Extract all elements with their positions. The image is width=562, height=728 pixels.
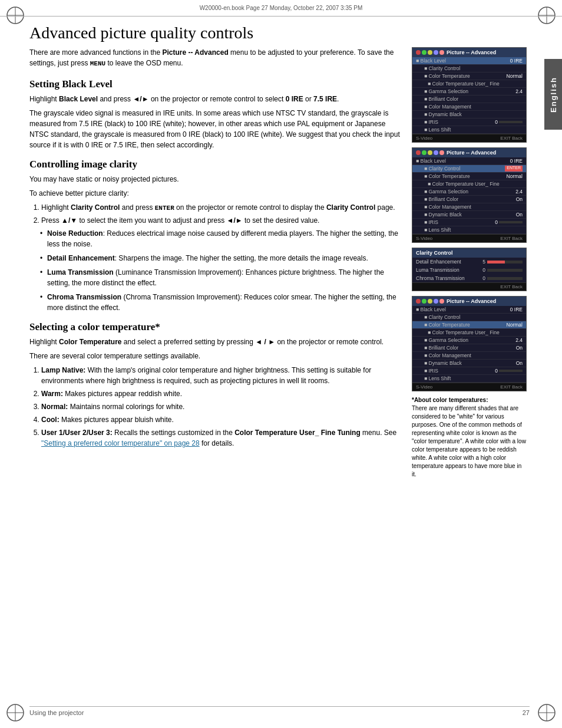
osd-icon-5 bbox=[439, 50, 444, 55]
english-label: English bbox=[549, 77, 558, 113]
osd-icon-1 bbox=[416, 50, 421, 55]
osd3-icon-1 bbox=[416, 299, 421, 304]
intro-bold1: Picture -- Advanced bbox=[162, 48, 228, 57]
osd2-row-color-mgmt: ■ Color Management bbox=[412, 203, 526, 211]
english-tab: English bbox=[544, 59, 562, 130]
osd3-row-dynamic: ■ Dynamic Black On bbox=[412, 360, 526, 367]
bullet-detail: Detail Enhancement: Sharpens the image. … bbox=[47, 253, 400, 263]
intro-menu: MENU bbox=[90, 60, 105, 67]
footer-right: 27 bbox=[523, 709, 530, 716]
section2-heading: Controlling image clarity bbox=[29, 159, 400, 170]
osd2-footer: S-Video EXIT Back bbox=[412, 234, 526, 242]
clarity-footer: EXIT Back bbox=[412, 282, 526, 291]
osd2-row-dynamic: ■ Dynamic Black On bbox=[412, 211, 526, 219]
intro-section: There are more advanced functions in the… bbox=[29, 47, 530, 479]
osd3-row-gamma: ■ Gamma Selection 2.4 bbox=[412, 337, 526, 344]
osd3-title-bar: Picture -- Advanced bbox=[412, 297, 526, 306]
clarity-row-chroma: Chroma Transmission 0 bbox=[412, 274, 526, 282]
osd1-row-dynamic: ■ Dynamic Black bbox=[412, 111, 526, 118]
osd3-icon-4 bbox=[434, 299, 438, 304]
step3-1: Lamp Native: With the lamp's original co… bbox=[41, 365, 400, 386]
osd2-icon-4 bbox=[434, 150, 438, 155]
s1-0ire: 0 IRE bbox=[286, 95, 303, 103]
osd-screenshot-1: Picture -- Advanced ■ Black Level 0 IRE … bbox=[412, 47, 527, 143]
osd2-title-bar: Picture -- Advanced bbox=[412, 148, 526, 157]
section3-para2: There are several color temperature sett… bbox=[29, 351, 400, 361]
luma-bar-track bbox=[487, 269, 523, 272]
osd3-icon-3 bbox=[428, 299, 432, 304]
osd1-row-gamma: ■ Gamma Selection 2.4 bbox=[412, 88, 526, 95]
s1-75ire: 7.5 IRE bbox=[313, 95, 337, 103]
osd3-icons bbox=[416, 299, 444, 304]
osd1-row-black-level: ■ Black Level 0 IRE bbox=[412, 57, 526, 65]
section2-steps: Highlight Clarity Control and press ENTE… bbox=[41, 202, 400, 226]
osd2-row-brilliant: ■ Brilliant Color On bbox=[412, 196, 526, 203]
s1-arrows: ◄/► bbox=[133, 95, 148, 103]
clarity-title: Clarity Control bbox=[412, 248, 526, 258]
osd2-row-color-temp: ■ Color Temperature Normal bbox=[412, 173, 526, 180]
osd3-row-fine: ■ Color Temperature User_ Fine bbox=[412, 329, 526, 337]
section2-para1: You may have static or noisy projected p… bbox=[29, 174, 400, 185]
footer-left: Using the projector bbox=[29, 709, 84, 716]
step2-1: Highlight Clarity Control and press ENTE… bbox=[41, 202, 400, 213]
osd2-icon-1 bbox=[416, 150, 421, 155]
osd3-icon-2 bbox=[422, 299, 427, 304]
clarity-control-box: Clarity Control Detail Enhancement 5 Lum… bbox=[412, 248, 527, 291]
bullet-luma: Luma Transmission (Luminance Transmissio… bbox=[47, 267, 400, 288]
osd1-row-color-temp: ■ Color Temperature Normal bbox=[412, 73, 526, 80]
section1-para2: The grayscale video signal is measured i… bbox=[29, 108, 400, 150]
corner-br bbox=[536, 702, 557, 723]
osd3-row-black: ■ Black Level 0 IRE bbox=[412, 306, 526, 314]
step3-5: User 1/User 2/User 3: Recalls the settin… bbox=[41, 427, 400, 449]
osd1-icons bbox=[416, 50, 444, 55]
osd-screenshot-2: Picture -- Advanced ■ Black Level 0 IRE … bbox=[412, 147, 527, 243]
detail-bar-fill bbox=[487, 261, 505, 263]
footnote-body: There are many different shades that are… bbox=[412, 405, 526, 477]
osd3-footer: S-Video EXIT Back bbox=[412, 383, 526, 391]
section3-heading: Selecting a color temperature* bbox=[29, 321, 400, 333]
osd1-row-iris: ■ IRIS 0 bbox=[412, 118, 526, 126]
osd1-title: Picture -- Advanced bbox=[447, 50, 496, 55]
osd1-row-clarity: ■ Clarity Control bbox=[412, 65, 526, 73]
clarity-row-luma: Luma Transmission 0 bbox=[412, 266, 526, 274]
osd2-icon-3 bbox=[428, 150, 432, 155]
intro-text: There are more advanced functions in the… bbox=[29, 47, 400, 69]
osd3-row-color-temp: ■ Color Temperature Normal bbox=[412, 321, 526, 329]
page-footer: Using the projector 27 bbox=[29, 706, 530, 716]
section3-para1: Highlight Color Temperature and select a… bbox=[29, 337, 400, 347]
osd2-row-gamma: ■ Gamma Selection 2.4 bbox=[412, 188, 526, 196]
page-title: Advanced picture quality controls bbox=[29, 24, 530, 42]
osd3-row-clarity: ■ Clarity Control bbox=[412, 314, 526, 321]
osd1-footer: S-Video EXIT Back bbox=[412, 134, 526, 142]
osd2-icons bbox=[416, 150, 444, 155]
bullet-noise: Noise Reduction: Reduces electrical imag… bbox=[47, 228, 400, 249]
s1-bold1: Black Level bbox=[59, 95, 98, 103]
osd2-row-iris: ■ IRIS 0 bbox=[412, 219, 526, 226]
intro-left: There are more advanced functions in the… bbox=[29, 47, 400, 451]
detail-bar-track bbox=[487, 261, 523, 263]
osd1-row-lens: ■ Lens Shift bbox=[412, 126, 526, 134]
osd2-title: Picture -- Advanced bbox=[447, 150, 496, 156]
osd3-icon-5 bbox=[439, 299, 444, 304]
osd1-row-color-temp-fine: ■ Color Temperature User_ Fine bbox=[412, 80, 526, 88]
footnote-box: *About color temperatures: There are man… bbox=[412, 396, 527, 479]
osd3-row-color-mgmt: ■ Color Management bbox=[412, 352, 526, 360]
header-bar: W20000-en.book Page 27 Monday, October 2… bbox=[0, 0, 562, 17]
section1-para1: Highlight Black Level and press ◄/► on t… bbox=[29, 94, 400, 104]
header-text: W20000-en.book Page 27 Monday, October 2… bbox=[29, 5, 533, 11]
bullet-chroma: Chroma Transmission (Chroma Transmission… bbox=[47, 292, 400, 313]
osd3-row-iris: ■ IRIS 0 bbox=[412, 367, 526, 375]
color-temp-link[interactable]: "Setting a preferred color temperature" … bbox=[41, 439, 200, 447]
osd1-row-color-mgmt: ■ Color Management bbox=[412, 103, 526, 111]
right-column: Picture -- Advanced ■ Black Level 0 IRE … bbox=[412, 47, 530, 479]
osd2-row-fine: ■ Color Temperature User_ Fine bbox=[412, 180, 526, 188]
osd3-title: Picture -- Advanced bbox=[447, 298, 496, 304]
osd1-row-brilliant: ■ Brilliant Color bbox=[412, 95, 526, 103]
chroma-bar-track bbox=[487, 277, 523, 280]
osd-icon-3 bbox=[428, 50, 432, 55]
osd-screenshot-3: Picture -- Advanced ■ Black Level 0 IRE … bbox=[412, 296, 527, 391]
osd-icon-2 bbox=[422, 50, 427, 55]
osd3-row-lens: ■ Lens Shift bbox=[412, 375, 526, 383]
osd2-icon-5 bbox=[439, 150, 444, 155]
osd2-row-lens: ■ Lens Shift bbox=[412, 226, 526, 234]
